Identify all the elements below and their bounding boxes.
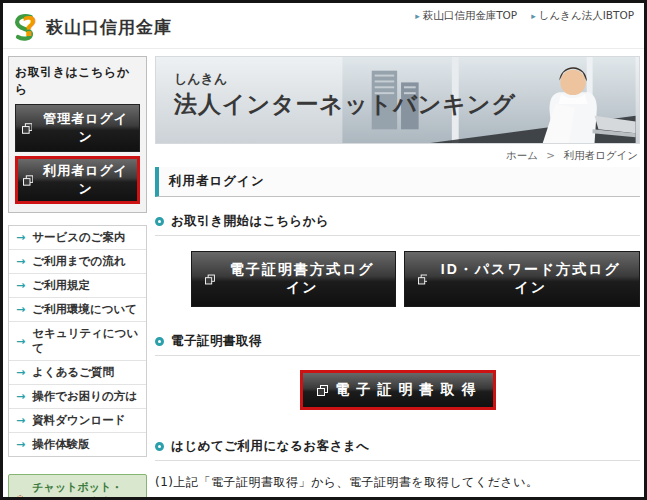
arrow-icon: →: [16, 279, 25, 292]
link-bank-top[interactable]: ▸ 萩山口信用金庫TOP: [415, 9, 517, 23]
popup-window-icon: [23, 175, 33, 186]
section-first-time: はじめてご利用になるお客さまへ (1)上記「電子証明書取得」から、電子証明書を取…: [155, 438, 640, 500]
popup-window-icon: [418, 274, 428, 285]
breadcrumb: ホーム > 利用者ログイン: [155, 144, 640, 167]
arrow-icon: →: [16, 366, 25, 379]
section-title: はじめてご利用になるお客さまへ: [171, 438, 370, 455]
instruction-line: (2)上記「お取引き開始はこちらから」の「ログイン」から、開通確認の作業を行って…: [155, 494, 640, 500]
site-header: ? 萩山口信用金庫 ▸ 萩山口信用金庫TOP ▸ しんきん法人IBTOP: [3, 3, 644, 49]
cert-button-row: 電子証明書取得: [155, 370, 640, 410]
admin-login-button[interactable]: 管理者ログイン: [15, 104, 140, 152]
chatbot-banner-label: チャットボット・FAQ・動画案内サービス: [32, 481, 142, 500]
user-login-button[interactable]: 利用者ログイン: [15, 156, 140, 204]
popup-window-icon: [22, 123, 32, 134]
login-box-title: お取引きはこちらから: [15, 64, 140, 98]
arrow-icon: →: [16, 414, 25, 427]
arrow-icon: →: [16, 390, 25, 403]
ring-icon: [155, 217, 164, 226]
banner-subtitle: しんきん: [174, 70, 516, 88]
login-box: お取引きはこちらから 管理者ログイン 利用者ログイン: [8, 56, 147, 213]
sidebar-item-trial[interactable]: → 操作体験版: [9, 433, 146, 456]
menu-label: 資料ダウンロード: [32, 413, 125, 428]
menu-label: ご利用環境について: [32, 302, 137, 317]
sidebar-item-downloads[interactable]: → 資料ダウンロード: [9, 409, 146, 433]
sidebar-item-usage-flow[interactable]: → ご利用までの流れ: [9, 250, 146, 274]
ring-icon: [155, 337, 164, 346]
menu-label: サービスのご案内: [32, 230, 125, 245]
link-ib-top[interactable]: ▸ しんきん法人IBTOP: [531, 9, 634, 23]
chatbot-banner[interactable]: チャットボット・FAQ・動画案内サービス: [8, 474, 147, 500]
login-buttons-row: 電子証明書方式ログイン ID・パスワード方式ログイン: [191, 251, 640, 307]
sidebar-item-terms[interactable]: → ご利用規定: [9, 274, 146, 298]
menu-label: ご利用規定: [32, 278, 90, 293]
link-bank-top-label: 萩山口信用金庫TOP: [423, 9, 518, 23]
breadcrumb-separator: >: [546, 149, 555, 161]
banner-text: しんきん 法人インターネットバンキング: [174, 70, 516, 120]
sidebar-item-security[interactable]: → セキュリティについて: [9, 322, 146, 361]
section-cert-acquisition-head: 電子証明書取得: [155, 333, 640, 356]
popup-window-icon: [205, 274, 215, 285]
menu-label: よくあるご質問: [32, 365, 114, 380]
page: ? 萩山口信用金庫 ▸ 萩山口信用金庫TOP ▸ しんきん法人IBTOP お取引…: [0, 0, 647, 500]
bank-logo[interactable]: ? 萩山口信用金庫: [11, 12, 172, 42]
first-time-instructions: (1)上記「電子証明書取得」から、電子証明書を取得してください。 (2)上記「お…: [155, 471, 640, 500]
section-title: お取引き開始はこちらから: [171, 213, 329, 230]
id-password-login-label: ID・パスワード方式ログイン: [435, 261, 626, 297]
sidebar-item-operation-help[interactable]: → 操作でお困りの方は: [9, 385, 146, 409]
page-title: 利用者ログイン: [155, 167, 640, 197]
id-password-login-button[interactable]: ID・パスワード方式ログイン: [404, 251, 640, 307]
bank-logo-icon: ?: [11, 12, 41, 42]
section-transaction-start: お取引き開始はこちらから 電子証明書方式ログイン: [155, 213, 640, 307]
link-ib-top-label: しんきん法人IBTOP: [539, 9, 634, 23]
arrow-icon: →: [16, 303, 25, 316]
main-content: しんきん 法人インターネットバンキング ホーム > 利用者ログイン 利用者ログイ…: [155, 56, 640, 500]
cert-method-login-label: 電子証明書方式ログイン: [223, 261, 382, 297]
sidebar-item-environment[interactable]: → ご利用環境について: [9, 298, 146, 322]
content: お取引きはこちらから 管理者ログイン 利用者ログイン: [3, 49, 644, 500]
arrow-icon: →: [16, 231, 25, 244]
menu-label: セキュリティについて: [32, 326, 142, 356]
cert-acquisition-button[interactable]: 電子証明書取得: [300, 370, 496, 410]
header-links: ▸ 萩山口信用金庫TOP ▸ しんきん法人IBTOP: [415, 9, 634, 23]
section-first-time-head: はじめてご利用になるお客さまへ: [155, 438, 640, 461]
instruction-line: (1)上記「電子証明書取得」から、電子証明書を取得してください。: [155, 471, 640, 494]
link-arrow-icon: ▸: [415, 11, 420, 21]
menu-label: 操作でお困りの方は: [32, 389, 137, 404]
arrow-icon: →: [16, 255, 25, 268]
sidebar-item-service-guide[interactable]: → サービスのご案内: [9, 226, 146, 250]
section-transaction-start-head: お取引き開始はこちらから: [155, 213, 640, 236]
breadcrumb-home-link[interactable]: ホーム: [506, 149, 538, 161]
ring-icon: [155, 442, 164, 451]
cert-method-login-button[interactable]: 電子証明書方式ログイン: [191, 251, 396, 307]
sidebar: お取引きはこちらから 管理者ログイン 利用者ログイン: [8, 56, 147, 500]
popup-window-icon: [317, 385, 328, 396]
arrow-icon: →: [16, 438, 25, 451]
cert-acquisition-label: 電子証明書取得: [336, 381, 483, 399]
breadcrumb-current: 利用者ログイン: [564, 149, 638, 161]
section-title: 電子証明書取得: [171, 333, 262, 350]
sidebar-item-faq[interactable]: → よくあるご質問: [9, 361, 146, 385]
banner-title: 法人インターネットバンキング: [174, 89, 516, 120]
link-arrow-icon: ▸: [531, 11, 536, 21]
menu-label: ご利用までの流れ: [32, 254, 125, 269]
admin-login-label: 管理者ログイン: [38, 110, 133, 146]
hero-banner: しんきん 法人インターネットバンキング: [155, 56, 640, 144]
section-cert-acquisition: 電子証明書取得 電子証明書取得: [155, 333, 640, 410]
menu-label: 操作体験版: [32, 437, 90, 452]
bank-name: 萩山口信用金庫: [46, 16, 172, 39]
user-login-label: 利用者ログイン: [39, 162, 132, 198]
svg-text:?: ?: [22, 12, 37, 42]
arrow-icon: →: [16, 335, 25, 348]
operator-character-icon: [13, 486, 27, 500]
sidebar-menu: → サービスのご案内 → ご利用までの流れ → ご利用規定 → ご利用環境につい…: [8, 225, 147, 457]
